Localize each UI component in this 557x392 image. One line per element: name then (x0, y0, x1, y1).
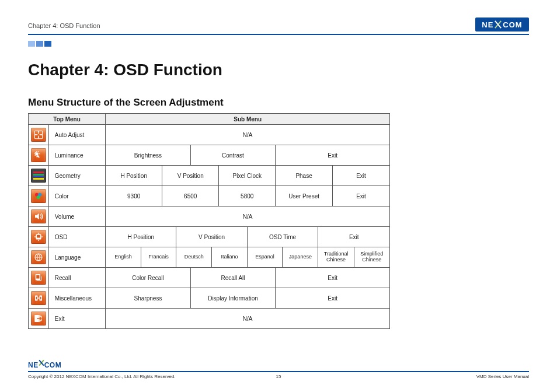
exit-icon (31, 312, 46, 326)
submenu-cell: Francais (141, 247, 176, 268)
submenu-cell: Deutsch (176, 247, 212, 268)
accent-blocks (28, 41, 529, 47)
section-title: Menu Structure of the Screen Adjustment (28, 97, 529, 108)
row-label: Exit (48, 309, 105, 329)
table-row: GeometryH PositionV PositionPixel ClockP… (29, 166, 390, 186)
submenu-cell: Brightness (106, 145, 191, 166)
row-label: Color (48, 186, 105, 206)
submenu-cell: Exit (276, 145, 390, 166)
submenu-cell: Color Recall (106, 268, 191, 288)
submenu-cell: N/A (106, 309, 390, 329)
submenu-cell: 6500 (162, 186, 219, 206)
row-icon-cell (29, 125, 49, 145)
menu-structure-table: Top Menu Sub Menu Auto AdjustN/ALuminanc… (28, 113, 390, 329)
submenu-cell: N/A (106, 125, 390, 145)
svg-rect-6 (37, 235, 40, 238)
svg-rect-9 (36, 275, 39, 279)
table-row: LanguageEnglishFrancaisDeutschItalianoEs… (29, 247, 390, 268)
table-row: Color930065005800User PresetExit (29, 186, 390, 206)
submenu-cell: Traditional Chinese (318, 247, 354, 268)
submenu-cell: Recall All (190, 268, 275, 288)
submenu-cell: Espanol (247, 247, 283, 268)
submenu-cell: Contrast (190, 145, 275, 166)
submenu-cell: Italiano (212, 247, 247, 268)
submenu-cell: Exit (276, 288, 390, 309)
recall-icon (31, 271, 46, 285)
table-row: VolumeN/A (29, 206, 390, 227)
submenu-cell: 9300 (106, 186, 162, 206)
th-top-menu: Top Menu (29, 114, 106, 125)
table-row: ExitN/A (29, 309, 390, 329)
row-icon-cell (29, 227, 49, 247)
footer-logo: NECOM (28, 360, 69, 370)
footer-page-number: 15 (28, 374, 529, 379)
row-icon-cell (29, 166, 49, 186)
submenu-cell: Sharpness (106, 288, 191, 309)
submenu-cell: H Position (106, 227, 176, 247)
submenu-cell: V Position (176, 227, 247, 247)
brand-logo: NECOM (475, 18, 529, 32)
submenu-cell: Japanese (283, 247, 318, 268)
row-label: Luminance (48, 145, 105, 166)
submenu-cell: Exit (332, 166, 389, 186)
geometry-icon (31, 169, 46, 183)
chapter-title: Chapter 4: OSD Function (28, 61, 529, 79)
luminance-icon (31, 148, 46, 162)
logo-x-icon (494, 20, 502, 29)
table-row: MiscellaneousSharpnessDisplay Informatio… (29, 288, 390, 309)
submenu-cell: Phase (276, 166, 333, 186)
row-label: Volume (48, 206, 105, 227)
row-label: Language (48, 247, 105, 268)
row-icon-cell (29, 145, 49, 166)
osd-icon (31, 230, 46, 244)
volume-icon (31, 209, 46, 223)
svg-point-4 (37, 195, 40, 199)
header-rule (28, 34, 529, 35)
row-label: Miscellaneous (48, 288, 105, 309)
row-label: OSD (48, 227, 105, 247)
submenu-cell: V Position (162, 166, 219, 186)
table-row: OSDH PositionV PositionOSD TimeExit (29, 227, 390, 247)
submenu-cell: Exit (276, 268, 390, 288)
language-icon (31, 250, 46, 264)
submenu-cell: User Preset (276, 186, 333, 206)
submenu-cell: Display Information (190, 288, 275, 309)
submenu-cell: N/A (106, 206, 390, 227)
table-row: LuminanceBrightnessContrastExit (29, 145, 390, 166)
submenu-cell: English (106, 247, 141, 268)
row-label: Geometry (48, 166, 105, 186)
row-icon-cell (29, 247, 49, 268)
row-icon-cell (29, 186, 49, 206)
submenu-cell: Pixel Clock (219, 166, 276, 186)
auto-adjust-icon (31, 128, 46, 142)
row-icon-cell (29, 268, 49, 288)
misc-icon (31, 291, 46, 305)
color-icon (31, 189, 46, 203)
submenu-cell: Exit (332, 186, 389, 206)
header-breadcrumb: Chapter 4: OSD Function (28, 22, 100, 32)
submenu-cell: Exit (318, 227, 390, 247)
table-row: RecallColor RecallRecall AllExit (29, 268, 390, 288)
row-icon-cell (29, 309, 49, 329)
footer-rule (28, 371, 529, 372)
row-label: Recall (48, 268, 105, 288)
submenu-cell: H Position (106, 166, 162, 186)
row-icon-cell (29, 288, 49, 309)
row-icon-cell (29, 206, 49, 227)
table-row: Auto AdjustN/A (29, 125, 390, 145)
submenu-cell: 5800 (219, 186, 276, 206)
th-sub-menu: Sub Menu (106, 114, 390, 125)
submenu-cell: OSD Time (247, 227, 318, 247)
submenu-cell: Simplified Chinese (354, 247, 389, 268)
row-label: Auto Adjust (48, 125, 105, 145)
